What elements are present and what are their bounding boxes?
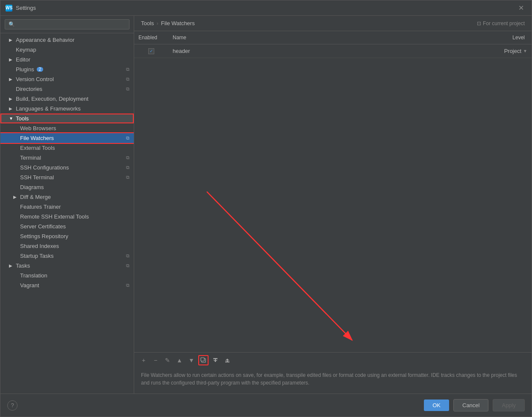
dialog-footer: ? OK Cancel Apply — [0, 394, 532, 417]
level-dropdown-arrow[interactable]: ▼ — [523, 49, 527, 53]
svg-rect-5 — [227, 359, 228, 362]
sidebar-item-ssh-configs[interactable]: SSH Configurations ⧉ — [0, 163, 134, 172]
svg-rect-3 — [215, 359, 216, 362]
cancel-button[interactable]: Cancel — [453, 399, 488, 411]
table-header: Enabled Name Level — [134, 31, 532, 44]
sidebar-item-build[interactable]: ▶ Build, Execution, Deployment — [0, 94, 134, 104]
sidebar-item-external-tools[interactable]: External Tools — [0, 143, 134, 153]
row-name-cell: header — [168, 46, 472, 56]
expand-arrow-editor: ▶ — [9, 57, 14, 62]
sidebar-item-label: Features Trainer — [20, 204, 61, 210]
sidebar-item-version-control[interactable]: ▶ Version Control ⧉ — [0, 74, 134, 84]
sidebar-item-label: Tools — [16, 115, 29, 122]
table-toolbar: + − ✎ ▲ ▼ — [134, 352, 532, 368]
close-button[interactable]: ✕ — [516, 3, 526, 13]
copy-icon-fw: ⧉ — [126, 135, 129, 141]
watcher-level: Project — [504, 48, 521, 54]
sidebar-item-shared-indexes[interactable]: Shared Indexes — [0, 241, 134, 251]
expand-arrow-appearance: ▶ — [9, 38, 14, 42]
move-down-button[interactable]: ▼ — [186, 355, 197, 365]
copy-button[interactable] — [198, 355, 209, 365]
sidebar-item-tasks[interactable]: ▶ Tasks ⧉ — [0, 261, 134, 271]
sidebar-item-tools[interactable]: ▼ Tools — [0, 114, 134, 123]
move-up-button[interactable]: ▲ — [174, 355, 185, 365]
sidebar-item-translation[interactable]: Translation — [0, 271, 134, 280]
sidebar-item-label: Build, Execution, Deployment — [16, 96, 88, 102]
sidebar-item-diagrams[interactable]: Diagrams — [0, 182, 134, 192]
app-icon: WS — [6, 5, 12, 12]
sidebar-item-label: Diff & Merge — [20, 194, 51, 200]
for-project-label: ⊡ — [477, 20, 481, 26]
column-header-enabled: Enabled — [134, 33, 168, 42]
sidebar-item-label: Vagrant — [20, 282, 39, 289]
sidebar-item-plugins[interactable]: Plugins 2 ⧉ — [0, 64, 134, 74]
sidebar-item-server-certs[interactable]: Server Certificates — [0, 222, 134, 231]
sidebar-item-label: Startup Tasks — [20, 253, 54, 259]
column-header-level: Level — [480, 33, 532, 42]
sidebar-item-label: SSH Configurations — [20, 164, 69, 171]
sidebar-item-languages[interactable]: ▶ Languages & Frameworks — [0, 104, 134, 114]
sidebar-item-vagrant[interactable]: Vagrant ⧉ — [0, 280, 134, 290]
sidebar-item-ssh-terminal[interactable]: SSH Terminal ⧉ — [0, 172, 134, 182]
sidebar: ▶ Appearance & Behavior Keymap ▶ Editor … — [0, 16, 134, 394]
expand-arrow-tools: ▼ — [9, 116, 14, 121]
file-watchers-table: Enabled Name Level header Project — [134, 31, 532, 394]
export-button[interactable] — [222, 355, 232, 365]
sidebar-item-label: Remote SSH External Tools — [20, 213, 89, 220]
enabled-checkbox[interactable] — [148, 48, 154, 54]
sidebar-item-label: Web Browsers — [20, 125, 56, 131]
table-row[interactable]: header Project ▼ — [134, 44, 532, 58]
row-level-cell: Project ▼ — [472, 46, 532, 56]
column-header-name: Name — [168, 33, 480, 42]
help-button[interactable]: ? — [7, 400, 18, 411]
sidebar-item-label: Appearance & Behavior — [16, 37, 74, 43]
sidebar-item-label: Settings Repository — [20, 233, 68, 239]
breadcrumb: Tools › File Watchers ⊡ For current proj… — [134, 16, 532, 31]
sidebar-item-startup-tasks[interactable]: Startup Tasks ⧉ — [0, 251, 134, 261]
plugins-badge: 2 — [37, 67, 44, 72]
sidebar-item-appearance[interactable]: ▶ Appearance & Behavior — [0, 35, 134, 45]
help-label: ? — [11, 402, 14, 408]
sidebar-item-label: Server Certificates — [20, 223, 66, 230]
breadcrumb-separator: › — [156, 20, 158, 26]
copy-icon-term: ⧉ — [126, 155, 129, 160]
sidebar-item-label: Languages & Frameworks — [16, 105, 81, 112]
search-input[interactable] — [5, 19, 129, 29]
ok-button[interactable]: OK — [424, 400, 449, 411]
svg-rect-1 — [201, 358, 204, 361]
sidebar-item-remote-ssh[interactable]: Remote SSH External Tools — [0, 212, 134, 222]
sidebar-item-label: Terminal — [20, 155, 41, 161]
settings-dialog: WS Settings ✕ ▶ Appearance & Behavior Ke… — [0, 0, 532, 417]
add-button[interactable]: + — [138, 355, 149, 365]
import-button[interactable] — [210, 355, 220, 365]
row-enabled-cell[interactable] — [134, 47, 168, 56]
sidebar-item-label: Translation — [20, 272, 47, 279]
sidebar-item-settings-repo[interactable]: Settings Repository — [0, 231, 134, 241]
sidebar-item-label: SSH Terminal — [20, 174, 54, 181]
sidebar-item-terminal[interactable]: Terminal ⧉ — [0, 153, 134, 163]
expand-arrow-diff: ▶ — [13, 195, 18, 199]
title-bar: WS Settings ✕ — [0, 0, 532, 16]
for-current-project-button[interactable]: ⊡ For current project — [477, 20, 525, 26]
copy-icon-ssht: ⧉ — [126, 175, 129, 180]
sidebar-item-keymap[interactable]: Keymap — [0, 45, 134, 55]
sidebar-tree: ▶ Appearance & Behavior Keymap ▶ Editor … — [0, 33, 134, 394]
sidebar-item-label: Tasks — [16, 262, 30, 269]
apply-button[interactable]: Apply — [493, 399, 525, 411]
breadcrumb-current: File Watchers — [161, 20, 195, 26]
sidebar-item-features-trainer[interactable]: Features Trainer — [0, 202, 134, 212]
breadcrumb-parent: Tools — [141, 20, 154, 26]
description: File Watchers allow to run certain actio… — [134, 368, 532, 394]
remove-button[interactable]: − — [150, 355, 161, 365]
sidebar-item-label: Plugins — [16, 66, 34, 73]
sidebar-item-web-browsers[interactable]: Web Browsers — [0, 123, 134, 133]
copy-icon-tasks: ⧉ — [126, 263, 129, 268]
for-project-text: For current project — [483, 20, 525, 26]
edit-button[interactable]: ✎ — [162, 355, 173, 365]
sidebar-item-editor[interactable]: ▶ Editor — [0, 55, 134, 64]
sidebar-item-directories[interactable]: Directories ⧉ — [0, 84, 134, 94]
expand-arrow-build: ▶ — [9, 96, 14, 101]
copy-icon-ssh: ⧉ — [126, 165, 129, 170]
sidebar-item-diff-merge[interactable]: ▶ Diff & Merge — [0, 192, 134, 202]
sidebar-item-file-watchers[interactable]: File Watchers ⧉ — [0, 133, 134, 143]
